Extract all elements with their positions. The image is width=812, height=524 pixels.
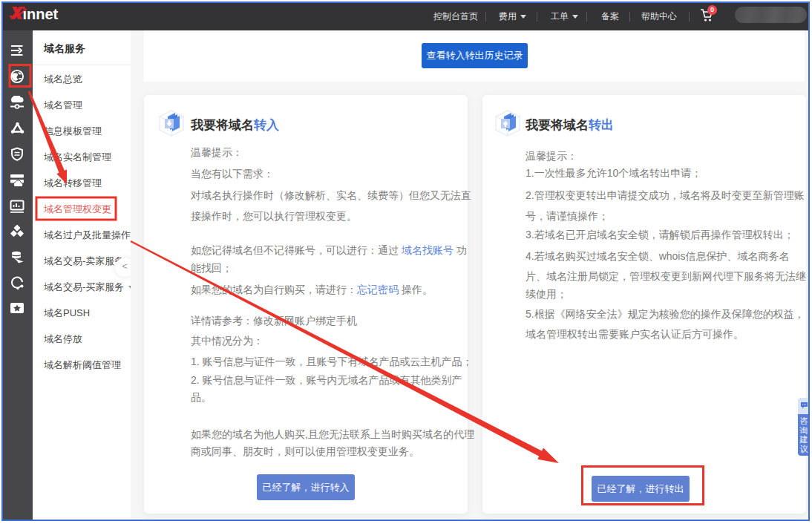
- svg-text:ınnet: ınnet: [23, 6, 59, 22]
